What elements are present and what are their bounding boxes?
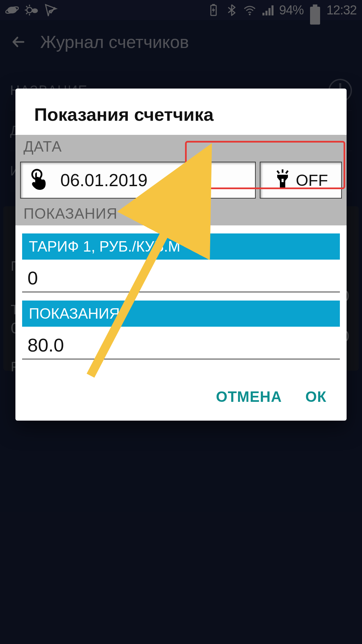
- date-row: 06.01.2019 OFF: [15, 158, 347, 202]
- svg-line-20: [277, 171, 279, 173]
- flashlight-state: OFF: [296, 171, 328, 190]
- flashlight-toggle[interactable]: OFF: [260, 162, 342, 199]
- readings-section-label: ПОКАЗАНИЯ: [15, 202, 347, 225]
- reading-header: ПОКАЗАНИЯ: [22, 301, 340, 327]
- reading-input[interactable]: 80.0: [22, 327, 340, 360]
- meter-reading-dialog: Показания счетчика ДАТА 06.01.2019: [15, 89, 347, 421]
- svg-rect-22: [282, 179, 284, 182]
- tariff-input[interactable]: 0: [22, 260, 340, 292]
- svg-line-21: [286, 171, 288, 173]
- ok-button[interactable]: ОК: [305, 388, 326, 405]
- touch-icon: [29, 168, 48, 193]
- date-section-label: ДАТА: [15, 135, 347, 158]
- tariff-header: ТАРИФ 1, РУБ./КУБ.М: [22, 233, 340, 260]
- cancel-button[interactable]: ОТМЕНА: [216, 388, 282, 405]
- dialog-title: Показания счетчика: [15, 89, 347, 135]
- date-value: 06.01.2019: [60, 170, 147, 190]
- flashlight-icon: [274, 169, 291, 192]
- date-picker-button[interactable]: 06.01.2019: [20, 162, 256, 199]
